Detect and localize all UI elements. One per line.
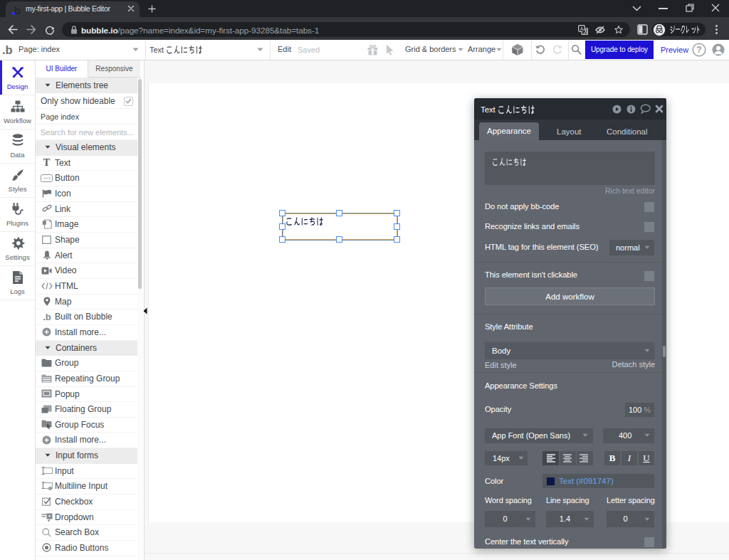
svg-text:CLICK: CLICK [43,177,51,180]
svg-text:?: ? [696,45,701,55]
svg-text:T: T [43,157,51,167]
svg-text:A: A [580,26,584,31]
svg-text:.b: .b [43,312,51,322]
